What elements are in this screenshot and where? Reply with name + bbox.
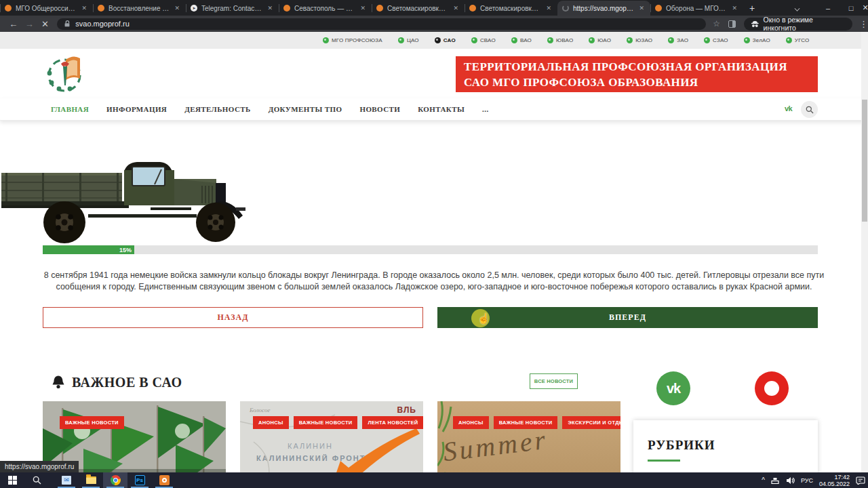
browser-tab[interactable]: Светомаскировка — МГО✕: [372, 1, 465, 16]
mail-app-button[interactable]: ✉: [54, 472, 79, 488]
news-card[interactable]: Summer АНОНСЫ ВАЖНЫЕ НОВОСТИ ЭКСКУРСИИ И…: [437, 401, 620, 472]
district-nav-bar: МГО ПРОФСОЮЗА ЦАО САО СВАО ВАО ЮВАО ЮАО …: [0, 32, 868, 49]
category-badge[interactable]: АНОНСЫ: [253, 416, 289, 429]
district-link[interactable]: СВАО: [471, 37, 496, 43]
news-card[interactable]: Болосое ВЛЬ КАЛИНИН КАЛИНИНСКИЙ ФРОНТ АН…: [240, 401, 423, 472]
browser-tab[interactable]: Светомаскировка — МГС✕: [465, 1, 557, 16]
district-link[interactable]: МГО ПРОФСОЮЗА: [323, 37, 382, 43]
taskbar-clock[interactable]: 17:42 04.05.2022: [819, 474, 850, 487]
page-scrollbar[interactable]: [861, 32, 868, 472]
search-icon: [806, 106, 814, 114]
menu-item-documents[interactable]: ДОКУМЕНТЫ ТПО: [269, 105, 342, 113]
category-badge[interactable]: АНОНСЫ: [453, 416, 489, 429]
chevron-down-icon: [794, 5, 800, 11]
district-link-active[interactable]: САО: [435, 37, 456, 43]
tab-close-icon[interactable]: ✕: [359, 4, 367, 12]
address-bar[interactable]: svao.mgoprof.ru: [57, 18, 706, 30]
district-link[interactable]: ЗАО: [668, 37, 688, 43]
tab-close-icon[interactable]: ✕: [173, 4, 181, 12]
district-link[interactable]: ЮАО: [589, 37, 611, 43]
language-indicator[interactable]: РУС: [801, 477, 813, 484]
organization-logo[interactable]: [45, 53, 85, 94]
union-logo-icon: [471, 37, 477, 43]
slider-forward-button[interactable]: ВПЕРЕД: [437, 307, 818, 328]
tab-title: МГО Общероссийского П: [16, 5, 76, 12]
browser-tab[interactable]: МГО Общероссийского П✕: [0, 1, 93, 16]
rubrics-heading: РУБРИКИ: [648, 438, 818, 453]
browser-menu-icon[interactable]: ⋮: [859, 19, 868, 29]
tab-close-icon[interactable]: ✕: [266, 4, 274, 12]
window-close-button[interactable]: ✕: [863, 0, 868, 16]
district-link[interactable]: ЗелАО: [744, 37, 770, 43]
volume-icon[interactable]: [786, 476, 795, 485]
bell-icon: [52, 375, 64, 390]
menu-item-more[interactable]: ...: [482, 105, 488, 113]
menu-item-news[interactable]: НОВОСТИ: [359, 105, 400, 113]
chrome-app-button[interactable]: [103, 472, 127, 488]
taskbar-search-button[interactable]: [24, 472, 49, 488]
search-button[interactable]: [801, 101, 818, 118]
all-news-button[interactable]: ВСЕ НОВОСТИ: [530, 373, 578, 389]
stop-loading-button[interactable]: ✕: [37, 19, 53, 29]
district-link[interactable]: ЮЗАО: [627, 37, 652, 43]
red-ring-social-button[interactable]: [755, 371, 789, 405]
district-link[interactable]: СЗАО: [704, 37, 728, 43]
file-explorer-button[interactable]: [79, 472, 103, 488]
browser-toolbar: ← → ✕ svao.mgoprof.ru ☆ Окно в режиме ин…: [0, 16, 868, 32]
screenshot-app-button[interactable]: [152, 472, 176, 488]
side-panel-icon[interactable]: [728, 20, 736, 28]
district-label: СЗАО: [713, 37, 728, 43]
category-badge[interactable]: ЭКСКУРСИИ И ОТДЫХ: [562, 416, 620, 429]
browser-tab[interactable]: Севастополь — МГО Об✕: [279, 1, 372, 16]
menu-item-home[interactable]: ГЛАВНАЯ: [51, 105, 89, 113]
district-link[interactable]: ЦАО: [398, 37, 419, 43]
district-link[interactable]: ВАО: [511, 37, 532, 43]
district-link[interactable]: УГСО: [786, 37, 810, 43]
photoshop-app-button[interactable]: Ps: [127, 472, 152, 488]
banner-line1: ТЕРРИТОРИАЛЬНАЯ ПРОФСОЮЗНАЯ ОРГАНИЗАЦИЯ: [464, 59, 810, 75]
slider-back-button[interactable]: НАЗАД: [43, 307, 423, 328]
vk-social-button[interactable]: vk: [656, 371, 690, 405]
tab-title: Оборона — МГО Общер: [666, 5, 726, 12]
ring-center: [764, 381, 779, 396]
start-button[interactable]: [0, 472, 24, 488]
clock-time: 17:42: [819, 474, 850, 481]
photoshop-icon: Ps: [135, 475, 145, 485]
site-favicon: [655, 5, 662, 12]
browser-tab-active[interactable]: https://svao.mgoprof.ru✕: [557, 1, 650, 16]
tab-close-icon[interactable]: ✕: [545, 4, 553, 12]
notification-center-icon[interactable]: [856, 476, 865, 485]
tab-search-chevron[interactable]: [785, 0, 808, 16]
category-badge[interactable]: ВАЖНЫЕ НОВОСТИ: [294, 416, 358, 429]
site-favicon: [469, 5, 476, 12]
new-tab-button[interactable]: +: [743, 1, 761, 16]
tab-close-icon[interactable]: ✕: [452, 4, 460, 12]
browser-tab[interactable]: ➤Telegram: Contact @mgop✕: [186, 1, 279, 16]
district-label: ЮЗАО: [635, 37, 652, 43]
menu-item-activity[interactable]: ДЕЯТЕЛЬНОСТЬ: [184, 105, 250, 113]
tab-close-icon[interactable]: ✕: [637, 4, 646, 12]
bookmark-star-icon[interactable]: ☆: [713, 19, 720, 28]
browser-tab[interactable]: Восстановление связи —✕: [93, 1, 186, 16]
menu-item-information[interactable]: ИНФОРМАЦИЯ: [106, 105, 167, 113]
forward-button[interactable]: →: [21, 19, 37, 29]
network-icon[interactable]: [771, 476, 780, 484]
vk-icon[interactable]: vk: [785, 104, 792, 113]
tray-chevron-icon[interactable]: ^: [762, 476, 765, 484]
window-maximize-button[interactable]: □: [840, 0, 863, 16]
district-label: ЮАО: [597, 37, 611, 43]
category-badge[interactable]: ВАЖНЫЕ НОВОСТИ: [60, 416, 124, 429]
district-link[interactable]: ЮВАО: [547, 37, 573, 43]
district-label: МГО ПРОФСОЮЗА: [332, 37, 382, 43]
category-badge[interactable]: ВАЖНЫЕ НОВОСТИ: [494, 416, 558, 429]
windows-taskbar: ✉ Ps ^ РУС 17:42 04.05.2022: [0, 472, 868, 488]
back-button[interactable]: ←: [5, 19, 21, 29]
browser-tab[interactable]: Оборона — МГО Общер✕: [650, 1, 743, 16]
window-minimize-button[interactable]: –: [816, 0, 840, 16]
scrollbar-thumb[interactable]: [862, 100, 867, 222]
tab-close-icon[interactable]: ✕: [730, 4, 738, 12]
tab-close-icon[interactable]: ✕: [80, 4, 88, 12]
union-logo-icon: [668, 37, 674, 43]
menu-item-contacts[interactable]: КОНТАКТЫ: [418, 105, 465, 113]
category-badge[interactable]: ЛЕНТА НОВОСТЕЙ: [362, 416, 423, 429]
